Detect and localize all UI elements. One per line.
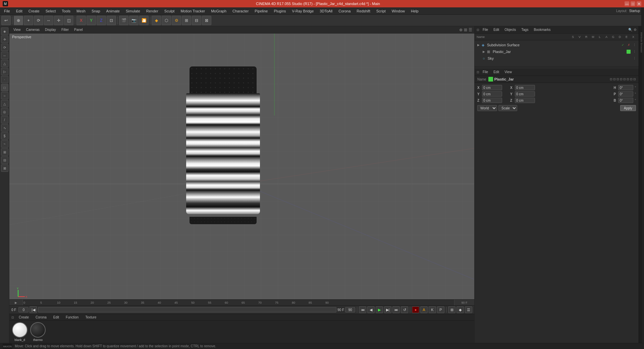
mode-select-button[interactable]: ◫ <box>64 16 73 25</box>
menu-animate[interactable]: Animate <box>104 8 122 14</box>
material-swatch-blank[interactable] <box>12 322 28 338</box>
om-menu-bookmarks[interactable]: Bookmarks <box>532 27 552 32</box>
coord-z-rot[interactable] <box>515 98 535 103</box>
menu-tools[interactable]: Tools <box>59 8 73 14</box>
mat-menu-edit[interactable]: Edit <box>51 315 61 320</box>
axis-y-button[interactable]: Y <box>87 16 96 25</box>
maximize-button[interactable]: □ <box>631 1 635 6</box>
render-btn1[interactable]: 🎬 <box>119 16 128 25</box>
menu-mesh[interactable]: Mesh <box>74 8 88 14</box>
snap-frame-button[interactable]: ⊞ <box>448 306 455 313</box>
menu-redshift[interactable]: Redshift <box>354 8 373 14</box>
viewport-menu-display[interactable]: Display <box>43 27 58 32</box>
tool-bezier[interactable]: ∿ <box>1 124 8 132</box>
menu-3dtoall[interactable]: 3DToAll <box>317 8 335 14</box>
tool-grid[interactable]: ⊞ <box>1 148 8 156</box>
viewport-icon-2[interactable]: ⊞ <box>464 28 467 32</box>
tool-paint[interactable]: ⊟ <box>1 156 8 164</box>
viewport-menu-cameras[interactable]: Cameras <box>24 27 42 32</box>
mode-rotate-button[interactable]: ⟳ <box>34 16 43 25</box>
loop-button[interactable]: ↺ <box>401 306 408 313</box>
anim-options-button[interactable]: ☰ <box>465 306 472 313</box>
menu-create[interactable]: Create <box>26 8 42 14</box>
tool-deform[interactable]: ⊠ <box>1 164 8 172</box>
viewport-icon-3[interactable]: ☰ <box>469 28 472 32</box>
timeline-scrubber[interactable] <box>38 307 336 312</box>
coord-z-pos[interactable] <box>482 98 502 103</box>
tool-point[interactable]: · <box>1 76 8 83</box>
shape-btn4[interactable]: ⊞ <box>182 16 191 25</box>
shape-btn1[interactable]: ◆ <box>152 16 161 25</box>
object-item-sky[interactable]: ○ Sky ⋮ <box>475 55 639 62</box>
shape-btn5[interactable]: ⊟ <box>192 16 201 25</box>
om-menu-file[interactable]: File <box>481 27 490 32</box>
menu-corona[interactable]: Corona <box>336 8 353 14</box>
axis-x-button[interactable]: X <box>76 16 86 25</box>
menu-select[interactable]: Select <box>43 8 59 14</box>
mode-move-button[interactable]: ✛ <box>54 16 63 25</box>
object-item-plastic-jar[interactable]: ▶ ⊞ Plastic_Jar ⋮ <box>475 48 639 55</box>
tool-scale[interactable]: ↔ <box>1 52 8 59</box>
subdivision-expand-icon[interactable]: ▶ <box>477 43 480 47</box>
tool-rotate[interactable]: ⟳ <box>1 44 8 51</box>
viewport[interactable]: View Cameras Display Filter Panel ⊕ ⊞ ☰ <box>9 26 474 299</box>
tool-cube[interactable]: □ <box>1 84 8 91</box>
viewport-menu-panel[interactable]: Panel <box>72 27 85 32</box>
coord-b[interactable] <box>618 98 633 103</box>
mat-menu-corona[interactable]: Corona <box>34 315 49 320</box>
om-menu-edit[interactable]: Edit <box>491 27 501 32</box>
menu-motion-tracker[interactable]: Motion Tracker <box>178 8 208 14</box>
scale-dropdown[interactable]: Scale <box>498 105 517 111</box>
motion-path-button[interactable]: P <box>437 306 444 313</box>
prev-frame-button[interactable]: |◀ <box>30 306 37 313</box>
menu-help[interactable]: Help <box>408 8 421 14</box>
menu-edit[interactable]: Edit <box>13 8 25 14</box>
shape-btn6[interactable]: ⊠ <box>202 16 211 25</box>
shape-btn3[interactable]: ⚙ <box>172 16 181 25</box>
material-swatch-thermo[interactable] <box>30 322 46 338</box>
tool-cone[interactable]: △ <box>1 100 8 107</box>
tool-select[interactable]: ◈ <box>1 28 8 35</box>
object-item-subdivision[interactable]: ▶ ◈ Subdivision Surface ✓ ✗ ⋮ <box>475 42 639 48</box>
om-menu-objects[interactable]: Objects <box>502 27 518 32</box>
tool-spline[interactable]: / <box>1 116 8 123</box>
coord-y-rot[interactable] <box>515 91 535 97</box>
goto-end-button[interactable]: ⏭ <box>392 306 400 313</box>
subdivision-x[interactable]: ✗ <box>627 43 631 47</box>
mode-object-button[interactable]: ⊕ <box>14 16 23 25</box>
step-back-button[interactable]: ◀ <box>367 306 375 313</box>
axis-lock-button[interactable]: ⊡ <box>107 16 116 25</box>
tool-move[interactable]: ✛ <box>1 36 8 43</box>
tool-edge[interactable]: ▷ <box>1 68 8 75</box>
tool-dollar[interactable]: $ <box>1 132 8 140</box>
apply-button[interactable]: Apply <box>620 105 636 111</box>
menu-vray[interactable]: V-Ray Bridge <box>289 8 317 14</box>
menu-render[interactable]: Render <box>144 8 161 14</box>
menu-plugins[interactable]: Plugins <box>271 8 288 14</box>
end-frame-input[interactable] <box>345 307 355 312</box>
render-btn3[interactable]: 🎦 <box>139 16 149 25</box>
mat-menu-create[interactable]: Create <box>17 315 31 320</box>
menu-snap[interactable]: Snap <box>89 8 103 14</box>
om-settings-icon[interactable]: ⚙ <box>634 28 637 32</box>
material-item-thermo[interactable]: thermo <box>30 322 46 342</box>
render-btn2[interactable]: 📷 <box>129 16 139 25</box>
viewport-menu-filter[interactable]: Filter <box>59 27 71 32</box>
viewport-icon-1[interactable]: ⊕ <box>459 28 463 32</box>
coord-y-pos[interactable] <box>482 91 502 97</box>
menu-sculpt[interactable]: Sculpt <box>162 8 177 14</box>
mat-menu-function[interactable]: Function <box>64 315 80 320</box>
attr-menu-view[interactable]: View <box>502 69 514 74</box>
world-dropdown[interactable]: World Object Global <box>477 105 497 111</box>
menu-character[interactable]: Character <box>230 8 251 14</box>
undo-button[interactable]: ↩ <box>1 16 11 25</box>
keyframe-button[interactable]: ◆ <box>457 306 464 313</box>
right-scrollbar[interactable] <box>641 7 644 349</box>
goto-start-button[interactable]: ⏮ <box>359 306 366 313</box>
menu-pipeline[interactable]: Pipeline <box>252 8 270 14</box>
tool-sphere[interactable]: ○ <box>1 92 8 99</box>
om-menu-tags[interactable]: Tags <box>519 27 530 32</box>
step-forward-button[interactable]: ▶| <box>384 306 391 313</box>
attr-menu-edit[interactable]: Edit <box>491 69 501 74</box>
coord-h[interactable] <box>618 85 633 90</box>
